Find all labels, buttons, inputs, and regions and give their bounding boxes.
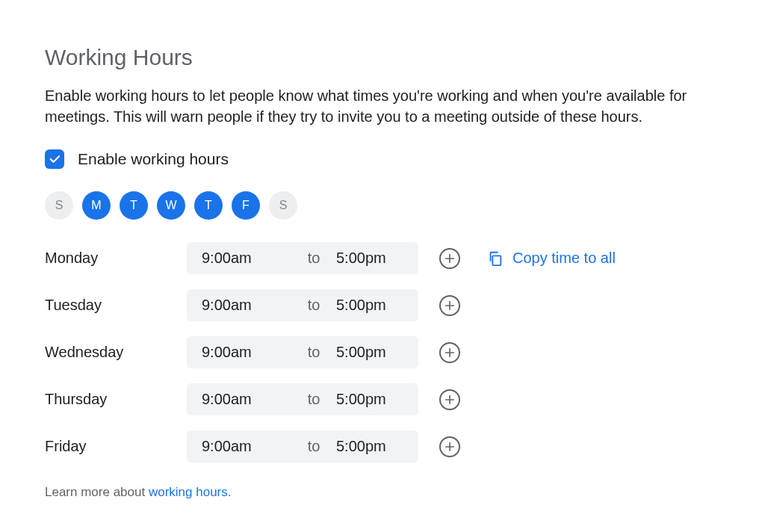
plus-icon (444, 347, 456, 359)
page-title: Working Hours (45, 45, 720, 70)
enable-label: Enable working hours (78, 150, 229, 168)
enable-row: Enable working hours (45, 149, 720, 169)
schedule-row-monday: Monday 9:00am to 5:00pm Copy time to all (45, 242, 720, 274)
day-monday[interactable]: M (82, 191, 111, 220)
start-time[interactable]: 9:00am (202, 250, 291, 267)
plus-icon (444, 441, 456, 453)
footer: Learn more about working hours. (45, 485, 720, 500)
add-time-button[interactable] (439, 389, 460, 410)
add-time-button[interactable] (439, 436, 460, 457)
start-time[interactable]: 9:00am (202, 391, 291, 408)
add-time-button[interactable] (439, 342, 460, 363)
day-label: Wednesday (45, 344, 172, 361)
schedule-row-tuesday: Tuesday 9:00am to 5:00pm (45, 289, 720, 321)
svg-rect-0 (492, 256, 501, 265)
time-range: 9:00am to 5:00pm (187, 289, 418, 321)
copy-time-to-all-button[interactable]: Copy time to all (487, 250, 616, 267)
day-label: Tuesday (45, 297, 172, 314)
day-label: Thursday (45, 391, 172, 408)
to-label: to (291, 438, 336, 455)
day-friday[interactable]: F (232, 191, 260, 220)
plus-icon (444, 394, 456, 406)
description: Enable working hours to let people know … (45, 85, 720, 127)
start-time[interactable]: 9:00am (202, 438, 291, 455)
schedule-row-wednesday: Wednesday 9:00am to 5:00pm (45, 336, 720, 368)
day-selector: S M T W T F S (45, 191, 720, 220)
plus-icon (444, 253, 456, 265)
end-time[interactable]: 5:00pm (336, 250, 386, 267)
add-time-button[interactable] (439, 295, 460, 316)
day-sunday[interactable]: S (45, 191, 73, 220)
time-range: 9:00am to 5:00pm (187, 383, 418, 415)
copy-label: Copy time to all (512, 250, 616, 267)
end-time[interactable]: 5:00pm (336, 391, 386, 408)
day-label: Monday (45, 250, 172, 267)
day-label: Friday (45, 438, 172, 455)
start-time[interactable]: 9:00am (202, 344, 291, 361)
end-time[interactable]: 5:00pm (336, 438, 386, 455)
footer-suffix: . (228, 485, 232, 499)
day-wednesday[interactable]: W (157, 191, 185, 220)
plus-icon (444, 300, 456, 312)
enable-checkbox[interactable] (45, 149, 64, 169)
check-icon (48, 152, 61, 166)
start-time[interactable]: 9:00am (202, 297, 291, 314)
end-time[interactable]: 5:00pm (336, 297, 386, 314)
add-time-button[interactable] (439, 248, 460, 269)
day-tuesday[interactable]: T (120, 191, 148, 220)
day-thursday[interactable]: T (194, 191, 223, 220)
schedule-list: Monday 9:00am to 5:00pm Copy time to all… (45, 242, 720, 463)
copy-icon (487, 250, 504, 267)
time-range: 9:00am to 5:00pm (187, 430, 418, 463)
schedule-row-thursday: Thursday 9:00am to 5:00pm (45, 383, 720, 415)
to-label: to (291, 391, 336, 408)
to-label: to (291, 297, 336, 314)
time-range: 9:00am to 5:00pm (187, 242, 418, 274)
to-label: to (291, 344, 336, 361)
time-range: 9:00am to 5:00pm (187, 336, 418, 368)
schedule-row-friday: Friday 9:00am to 5:00pm (45, 430, 720, 463)
end-time[interactable]: 5:00pm (336, 344, 386, 361)
footer-prefix: Learn more about (45, 485, 149, 499)
working-hours-link[interactable]: working hours (149, 485, 228, 499)
to-label: to (291, 250, 336, 267)
day-saturday[interactable]: S (269, 191, 297, 220)
